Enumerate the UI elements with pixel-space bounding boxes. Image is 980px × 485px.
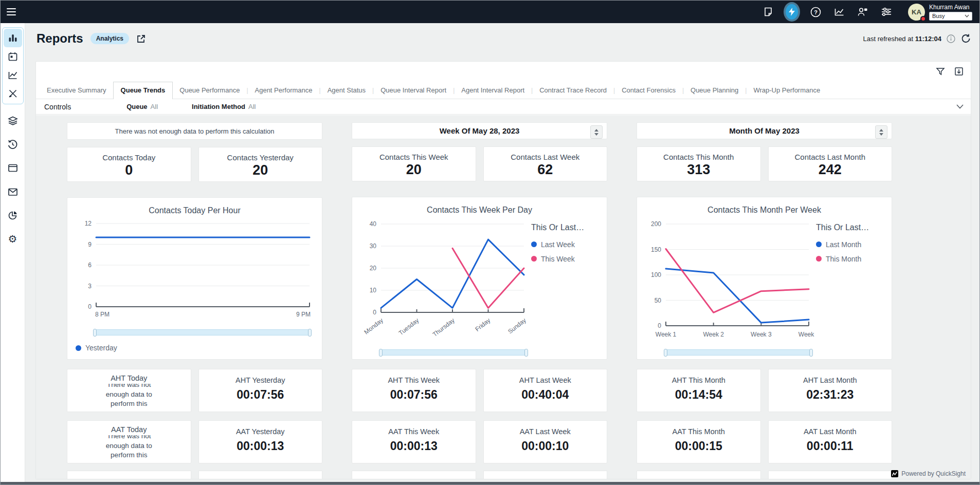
filter-value: All — [151, 103, 158, 110]
chart-canvas: 0369128 PM9 PM — [74, 215, 316, 324]
kpi-label: AAT This Week — [352, 427, 476, 436]
tab-queue-trends[interactable]: Queue Trends — [113, 82, 173, 99]
svg-text:?: ? — [814, 9, 818, 15]
kpi-aat-yesterday: AAT Yesterday 00:00:13 — [198, 420, 323, 463]
scrollbar-handle[interactable] — [524, 349, 528, 357]
kpi-value: 00:14:54 — [637, 388, 760, 402]
sidebar-item-pie-chart[interactable] — [4, 206, 22, 225]
svg-text:12: 12 — [85, 220, 92, 227]
sidebar-item-settings[interactable]: ⚙ — [4, 230, 22, 248]
tab-contract-trace-record[interactable]: Contract Trace Record — [533, 82, 613, 99]
kpi-aat-this-week: AAT This Week 00:00:13 — [352, 420, 476, 463]
week-selector-label: Week Of May 28, 2023 — [440, 126, 520, 135]
bar-chart-icon — [8, 33, 18, 43]
sidebar-item-layers[interactable] — [4, 111, 22, 130]
sidebar-item-line-chart[interactable] — [4, 66, 22, 84]
scrollbar-handle[interactable] — [809, 349, 813, 357]
filter-icon[interactable] — [936, 67, 945, 76]
metrics-icon[interactable] — [833, 6, 845, 18]
stat-label: Contacts Last Month — [769, 153, 892, 161]
kpi-value: 00:07:56 — [199, 388, 322, 402]
scrollbar-handle[interactable] — [379, 349, 383, 357]
legend-item-yesterday[interactable]: Yesterday — [76, 344, 117, 352]
no-data-text: There was not enough data to perform thi… — [98, 384, 160, 408]
feedback-note-icon[interactable] — [762, 6, 774, 18]
avatar[interactable]: KA — [908, 4, 925, 21]
week-stepper[interactable] — [590, 125, 603, 139]
tab-agent-status[interactable]: Agent Status — [321, 82, 372, 99]
settings-sliders-icon[interactable] — [880, 6, 893, 18]
svg-text:0: 0 — [658, 322, 661, 329]
legend-item-last-week[interactable]: Last Week — [531, 240, 595, 249]
chevron-down-icon — [965, 14, 969, 17]
filter-queue[interactable]: QueueAll — [126, 103, 158, 110]
scrollbar-handle[interactable] — [93, 329, 97, 337]
stat-contacts-yesterday: Contacts Yesterday 20 — [198, 147, 323, 182]
kpi-label: AAT Today — [67, 425, 191, 434]
legend-dot-icon — [531, 256, 537, 262]
svg-text:30: 30 — [370, 242, 377, 250]
tab-agent-interval-report[interactable]: Agent Interval Report — [455, 82, 531, 99]
chart-scrollbar[interactable] — [664, 349, 813, 356]
info-icon[interactable] — [947, 34, 955, 43]
filter-name: Initiation Method — [192, 103, 245, 110]
sidebar-item-calendar[interactable] — [4, 47, 22, 66]
hamburger-menu-icon[interactable] — [7, 5, 21, 19]
scrollbar-handle[interactable] — [664, 349, 667, 357]
scrollbar-handle[interactable] — [308, 329, 312, 337]
kpi-value: 00:00:15 — [637, 439, 760, 453]
chart-scrollbar[interactable] — [379, 349, 528, 356]
filter-initiation-method[interactable]: Initiation MethodAll — [192, 103, 256, 110]
svg-text:40: 40 — [370, 220, 377, 228]
sidebar-item-design[interactable] — [4, 84, 22, 103]
svg-text:Monday: Monday — [363, 316, 385, 335]
export-icon[interactable] — [954, 67, 964, 76]
controls-row: Controls QueueAllInitiation MethodAll — [36, 99, 971, 115]
sidebar-item-dashboards[interactable] — [4, 29, 22, 47]
sidebar-item-history[interactable] — [4, 135, 22, 154]
status-value: Busy — [932, 13, 945, 19]
controls-collapse-chevron-icon[interactable] — [956, 104, 964, 109]
tab-agent-performance[interactable]: Agent Performance — [248, 82, 319, 99]
powered-by-text: Powered by QuickSight — [901, 470, 966, 477]
stat-value: 62 — [484, 162, 607, 178]
refresh-icon[interactable] — [960, 33, 971, 44]
status-select[interactable]: Busy — [929, 12, 972, 21]
tab-contact-forensics[interactable]: Contact Forensics — [615, 82, 682, 99]
chart-scrollbar[interactable] — [93, 329, 312, 335]
kpi-aht-this-month: AHT This Month 00:14:54 — [637, 369, 761, 412]
kpi-aht-yesterday: AHT Yesterday 00:07:56 — [198, 369, 323, 412]
legend-label: Last Month — [826, 240, 861, 249]
legend-item-this-week[interactable]: This Week — [531, 255, 595, 263]
month-selector-label: Month Of May 2023 — [729, 126, 800, 135]
main-content: Reports Analytics Last refreshed at 11:1… — [25, 23, 979, 484]
stat-value: 20 — [352, 162, 476, 178]
tab-queue-planning[interactable]: Queue Planning — [684, 82, 745, 99]
stat-label: Contacts Today — [67, 153, 191, 162]
kpi-value: 00:00:13 — [199, 439, 322, 453]
report-tabs: Executive SummaryQueue TrendsQueue Perfo… — [36, 82, 971, 99]
stat-label: Contacts This Month — [637, 153, 760, 161]
tab-wrap-up-performance[interactable]: Wrap-Up Performance — [747, 82, 827, 99]
history-icon — [7, 139, 18, 150]
lightning-icon[interactable] — [786, 6, 798, 18]
tab-queue-performance[interactable]: Queue Performance — [173, 82, 246, 99]
kpi-label: AHT Yesterday — [199, 376, 322, 384]
legend-item-last-month[interactable]: Last Month — [816, 240, 880, 249]
svg-text:Tuesday: Tuesday — [397, 316, 421, 337]
tab-executive-summary[interactable]: Executive Summary — [40, 82, 113, 99]
sidebar-item-window[interactable] — [4, 159, 22, 177]
tab-queue-interval-report[interactable]: Queue Interval Report — [374, 82, 453, 99]
kpi-value: 02:31:23 — [769, 388, 892, 402]
kpi-aat-last-month: AAT Last Month 00:00:11 — [768, 420, 893, 463]
sidebar-item-mail[interactable] — [4, 182, 22, 201]
legend-label: Last Week — [541, 240, 575, 249]
quicksight-logo-icon — [891, 470, 898, 477]
external-link-icon[interactable] — [136, 34, 146, 44]
month-stepper[interactable] — [875, 125, 887, 139]
help-icon[interactable]: ? — [809, 6, 822, 18]
stat-value: 313 — [637, 162, 760, 178]
agents-icon[interactable] — [857, 6, 869, 18]
legend-label: This Month — [826, 255, 861, 263]
legend-item-this-month[interactable]: This Month — [816, 255, 880, 263]
